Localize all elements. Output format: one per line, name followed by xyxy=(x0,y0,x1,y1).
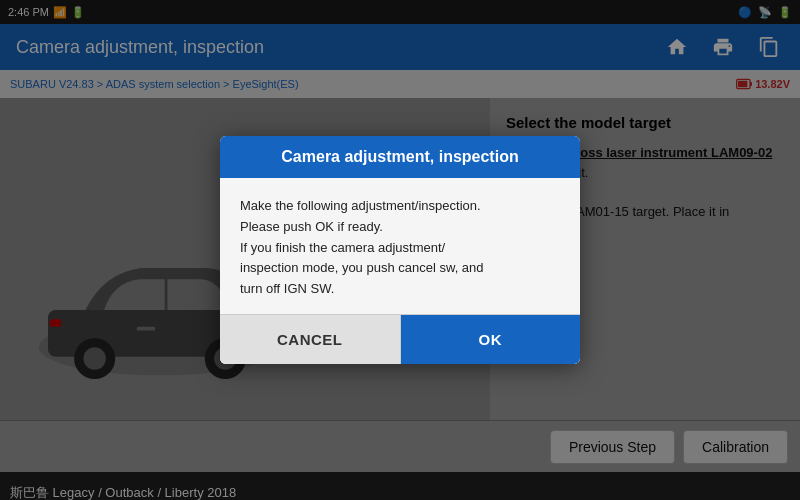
modal-dialog: Camera adjustment, inspection Make the f… xyxy=(220,136,580,364)
modal-header: Camera adjustment, inspection xyxy=(220,136,580,178)
modal-actions: CANCEL OK xyxy=(220,314,580,364)
modal-overlay: Camera adjustment, inspection Make the f… xyxy=(0,0,800,500)
modal-body-text: Make the following adjustment/inspection… xyxy=(240,198,484,296)
ok-button[interactable]: OK xyxy=(401,315,581,364)
cancel-button[interactable]: CANCEL xyxy=(220,315,401,364)
modal-body: Make the following adjustment/inspection… xyxy=(220,178,580,314)
